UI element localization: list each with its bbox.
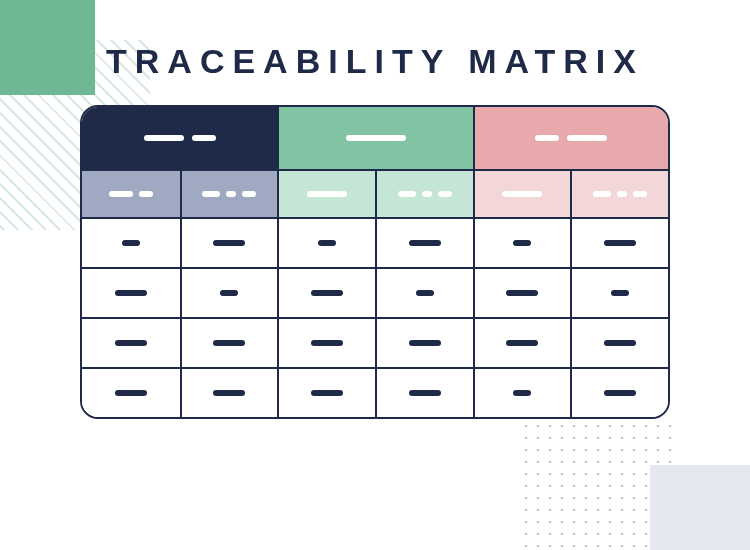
placeholder-text-icon [513,240,531,246]
placeholder-text-icon [139,191,153,197]
table-cell [277,317,375,367]
table-cell [277,267,375,317]
table-cell [375,367,473,417]
placeholder-text-icon [226,191,236,197]
table-cell [570,267,668,317]
table-cell [180,267,278,317]
placeholder-text-icon [122,240,140,246]
table-cell [570,217,668,267]
placeholder-text-icon [307,191,347,197]
page-title: TRACEABILITY MATRIX [0,42,750,81]
placeholder-text-icon [202,191,220,197]
decorative-grey-block [650,465,750,550]
placeholder-text-icon [409,340,441,346]
placeholder-text-icon [109,191,133,197]
placeholder-text-icon [506,340,538,346]
placeholder-text-icon [567,135,607,141]
table-cell [82,367,180,417]
placeholder-text-icon [115,340,147,346]
table-row [82,317,668,367]
placeholder-text-icon [617,191,627,197]
placeholder-text-icon [346,135,406,141]
table-cell [375,317,473,367]
group-header-2 [277,107,472,169]
table-sub-header-row [82,169,668,217]
table-cell [180,367,278,417]
table-cell [82,217,180,267]
sub-header-6 [570,169,668,217]
placeholder-text-icon [593,191,611,197]
placeholder-text-icon [502,191,542,197]
table-cell [473,267,571,317]
sub-header-2 [180,169,278,217]
placeholder-text-icon [416,290,434,296]
placeholder-text-icon [438,191,452,197]
sub-header-3 [277,169,375,217]
table-row [82,217,668,267]
table-group-header-row [82,107,668,169]
group-header-3 [473,107,668,169]
table-row [82,267,668,317]
table-cell [180,217,278,267]
placeholder-text-icon [213,390,245,396]
placeholder-text-icon [506,290,538,296]
table-cell [375,217,473,267]
table-row [82,367,668,417]
placeholder-text-icon [513,390,531,396]
table-cell [82,267,180,317]
table-cell [82,317,180,367]
group-header-1 [82,107,277,169]
placeholder-text-icon [213,340,245,346]
placeholder-text-icon [220,290,238,296]
table-cell [277,217,375,267]
table-cell [180,317,278,367]
placeholder-text-icon [192,135,216,141]
placeholder-text-icon [318,240,336,246]
placeholder-text-icon [311,290,343,296]
sub-header-5 [473,169,571,217]
table-cell [473,217,571,267]
table-cell [570,367,668,417]
sub-header-1 [82,169,180,217]
placeholder-text-icon [398,191,416,197]
placeholder-text-icon [604,240,636,246]
placeholder-text-icon [604,390,636,396]
placeholder-text-icon [409,240,441,246]
table-cell [570,317,668,367]
placeholder-text-icon [633,191,647,197]
placeholder-text-icon [115,290,147,296]
sub-header-4 [375,169,473,217]
placeholder-text-icon [115,390,147,396]
placeholder-text-icon [611,290,629,296]
placeholder-text-icon [213,240,245,246]
table-cell [277,367,375,417]
table-cell [473,367,571,417]
placeholder-text-icon [242,191,256,197]
table-cell [375,267,473,317]
placeholder-text-icon [311,390,343,396]
placeholder-text-icon [535,135,559,141]
placeholder-text-icon [144,135,184,141]
placeholder-text-icon [422,191,432,197]
placeholder-text-icon [311,340,343,346]
placeholder-text-icon [409,390,441,396]
traceability-matrix-table [80,105,670,419]
placeholder-text-icon [604,340,636,346]
table-cell [473,317,571,367]
